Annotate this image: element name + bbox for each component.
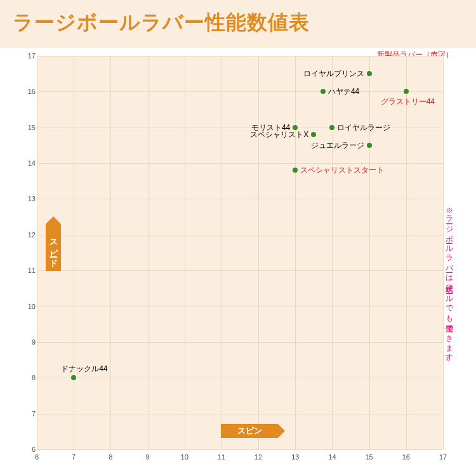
scatter-plot: ドナックル44モリスト44スペシャリストXスペシャリストスタートハヤテ44ロイヤ… [37,56,443,449]
data-point [404,89,409,94]
gridline-h [37,56,443,56]
x-tick: 11 [218,453,225,461]
y-tick: 11 [27,267,36,274]
data-point-label: スペシャリストスタート [300,166,384,174]
x-tick: 13 [291,453,299,461]
y-axis-label-text: スピード [48,234,59,262]
gridline-v [369,56,370,449]
gridline-v [148,56,149,449]
x-tick: 14 [328,453,336,461]
data-point [71,375,76,380]
data-point [293,168,298,173]
y-tick: 12 [27,231,36,239]
data-point-label: ドナックル44 [61,365,107,373]
gridline-h [37,235,443,235]
y-tick: 15 [27,124,36,131]
x-tick: 12 [255,453,262,461]
page-title: ラージボールラバー性能数値表 [13,9,463,37]
data-point [321,89,326,94]
gridline-h [37,163,443,164]
x-tick: 7 [72,453,76,461]
gridline-h [37,199,443,199]
data-point [367,143,372,148]
data-point-label: スペシャリストX [250,131,308,138]
x-tick: 16 [402,453,410,461]
gridline-v [332,56,333,449]
gridline-h [37,378,443,378]
y-tick: 8 [27,374,36,381]
y-tick: 16 [27,88,36,95]
x-tick: 10 [181,453,188,461]
y-tick: 13 [27,195,36,202]
data-point-label: グラストリー44 [381,98,435,105]
x-tick: 6 [35,453,39,461]
x-tick: 15 [366,453,373,461]
x-axis-label: スピン [221,424,278,438]
gridline-v [110,56,111,449]
y-axis-label: スピード [46,224,61,271]
gridline-h [37,342,443,343]
data-point-label: ハヤテ44 [328,88,359,95]
x-tick: 9 [145,453,149,461]
y-tick: 14 [27,159,36,167]
gridline-h [37,270,443,271]
data-point [311,132,316,137]
gridline-v [221,56,222,449]
x-tick: 17 [439,453,447,461]
y-tick: 9 [27,338,36,346]
chart-area: 新製品ラバー（赤字） ドナックル44モリスト44スペシャリストXスペシャリストス… [18,50,458,468]
gridline-h [37,414,443,414]
gridline-h [37,307,443,307]
x-tick: 8 [109,453,112,461]
gridline-h [37,449,443,450]
y-tick: 10 [27,303,36,310]
x-axis-label-text: スピン [237,425,262,437]
data-point [329,125,334,130]
gridline-v [74,56,74,449]
gridline-v [258,56,259,449]
data-point-label: ロイヤルラージ [337,124,390,131]
data-point [367,71,372,76]
gridline-h [37,91,443,92]
side-note: ※ラージボールラバーは硬式ボールでも使用できます。 [444,202,454,366]
gridline-v [185,56,185,449]
data-point [293,125,298,130]
y-tick: 7 [27,410,36,418]
data-point-label: ジュエルラージ [311,142,364,149]
title-bar: ラージボールラバー性能数値表 [0,0,476,48]
gridline-v [37,56,37,449]
y-tick: 6 [27,446,36,453]
data-point-label: ロイヤルプリンス [303,70,364,77]
gridline-v [406,56,407,449]
gridline-v [295,56,296,449]
y-tick: 17 [27,52,36,60]
